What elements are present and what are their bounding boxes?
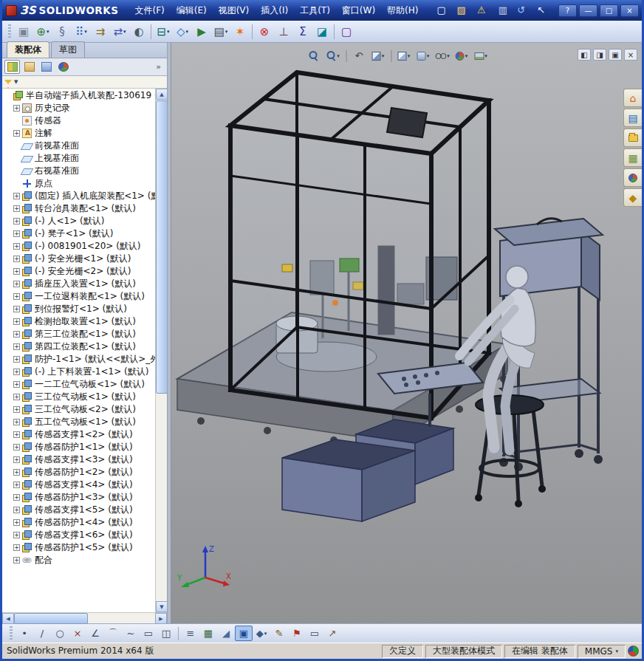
menu-item-2[interactable]: 视图(V) (213, 0, 256, 21)
tree-expander[interactable]: + (13, 482, 20, 488)
tree-item[interactable]: +传感器支撑1<3> (默认) (2, 453, 155, 466)
tree-expander[interactable]: + (13, 306, 20, 312)
tree-expander[interactable]: + (13, 406, 20, 413)
sketch-line-button[interactable]: / (33, 626, 51, 641)
scroll-left-button[interactable]: ◀ (2, 613, 14, 624)
new-document-button[interactable]: ▢▾ (434, 3, 453, 18)
scroll-down-button[interactable]: ▼ (156, 601, 167, 612)
menu-item-5[interactable]: 窗口(W) (336, 0, 381, 21)
viewport-frame-button[interactable]: ▭ (306, 626, 323, 641)
sketch-arc-button[interactable]: ⌒ (104, 626, 122, 641)
select-button[interactable]: ↖▾ (533, 3, 552, 18)
tree-expander[interactable]: + (13, 557, 20, 564)
trim-entities-button[interactable]: × (69, 626, 86, 641)
pane-split-left-button[interactable]: ◧ (578, 49, 591, 61)
help-button[interactable]: ? (558, 4, 577, 17)
sketch-toolbar-grip[interactable] (10, 626, 13, 641)
tree-expander[interactable]: + (13, 419, 20, 425)
tree-expander[interactable]: + (13, 205, 20, 212)
panel-tabs-overflow-button[interactable]: » (152, 62, 165, 72)
displaymanager-tab[interactable] (55, 60, 71, 74)
pane-float-button[interactable]: ▣ (609, 49, 622, 61)
menu-item-6[interactable]: 帮助(H) (381, 0, 424, 21)
tree-expander[interactable]: + (13, 544, 20, 551)
tree-item[interactable]: +传感器支撑1<6> (默认) (2, 529, 155, 541)
menu-item-0[interactable]: 文件(F) (129, 0, 170, 21)
new-motion-study-button[interactable]: ▶ (192, 22, 211, 41)
featuremanager-tab[interactable] (4, 60, 20, 74)
sketch-spline-button[interactable]: ~ (122, 626, 140, 641)
reference-planes-button[interactable]: ◆▾ (253, 626, 270, 641)
tree-expander[interactable]: + (13, 356, 20, 363)
tree-item[interactable]: +到位报警灯<1> (默认) (2, 303, 155, 315)
sketch-edit-button[interactable]: ✎ (270, 626, 288, 641)
offset-entities-button[interactable]: ≡ (182, 626, 199, 641)
sketch-circle-button[interactable]: ○ (51, 626, 69, 641)
tree-expander[interactable]: + (13, 431, 20, 438)
tree-expander[interactable]: + (13, 243, 20, 250)
linear-component-pattern-button[interactable]: ⠿▾ (72, 22, 91, 41)
tree-expander[interactable]: + (13, 532, 20, 538)
web-help-sphere-icon[interactable] (628, 645, 639, 657)
tree-expander[interactable]: + (13, 331, 20, 338)
sketch-point-button[interactable]: • (16, 626, 33, 641)
tree-item[interactable]: +五工位气动板<1> (默认) (2, 416, 155, 428)
pan-tool-button[interactable]: ↗ (323, 626, 341, 641)
tree-item[interactable]: 前视基准面 (2, 140, 155, 152)
tree-item[interactable]: +传感器防护1<2> (默认) (2, 466, 155, 479)
tree-item[interactable]: 原点 (2, 177, 155, 190)
tree-item[interactable]: 半自动端子插入机装配-130619 (默认 (2, 89, 155, 102)
tree-expander[interactable]: + (13, 193, 20, 199)
move-component-button[interactable]: ⇄▾ (110, 22, 129, 41)
graphics-area[interactable]: ▾↶▾▾▾▾▾▾ ◧◨▣× ⌂▤▦◆ Z Y X (171, 43, 642, 623)
configurationmanager-tab[interactable] (38, 60, 54, 74)
interference-detection-button[interactable]: ⊗ (255, 22, 274, 41)
view-orientation-button[interactable]: ▾ (395, 48, 413, 64)
section-view-button[interactable]: ◪ (312, 22, 332, 41)
menu-item-4[interactable]: 工具(T) (294, 0, 336, 21)
mirror-entities-button[interactable]: ◫ (157, 626, 175, 641)
shaded-sketch-contours-button[interactable]: ◢ (217, 626, 235, 641)
scroll-right-button[interactable]: ▶ (155, 613, 167, 624)
tree-item[interactable]: +三工位气动板<2> (默认) (2, 403, 155, 416)
tree-expander[interactable]: + (13, 268, 20, 275)
tree-item[interactable]: +传感器防护1<5> (默认) (2, 541, 155, 554)
apply-scene-button[interactable]: ▾ (472, 48, 490, 64)
print-button[interactable]: ▥ (493, 3, 513, 18)
tree-expander[interactable]: + (13, 293, 20, 300)
hide-show-items-button[interactable]: ▾ (434, 48, 451, 64)
tree-item[interactable]: +检测抬取装置<1> (默认) (2, 315, 155, 328)
tab-sketch[interactable]: 草图 (51, 41, 85, 58)
tree-item[interactable]: +传感器防护1<1> (默认) (2, 441, 155, 453)
tree-expander[interactable]: + (13, 130, 20, 137)
tree-expander[interactable]: + (13, 456, 20, 463)
tab-assembly[interactable]: 装配体 (7, 41, 49, 58)
tree-item[interactable]: +传感器支撑1<4> (默认) (2, 479, 155, 491)
isolate-button[interactable]: ▢ (337, 22, 356, 41)
scroll-up-button[interactable]: ▲ (156, 89, 167, 100)
status-cell-1[interactable]: 大型装配体模式 (425, 645, 502, 658)
tree-item[interactable]: +传感器防护1<3> (默认) (2, 491, 155, 504)
tree-expander[interactable]: + (13, 218, 20, 225)
design-library-button[interactable]: ▤ (623, 109, 642, 127)
reference-geometry-button[interactable]: ◇▾ (173, 22, 192, 41)
sketch-angle-button[interactable]: ∠ (86, 626, 104, 641)
status-cell-3[interactable]: MMGS▾ (578, 645, 626, 658)
tree-item[interactable]: +注解 (2, 127, 155, 140)
insert-components-button[interactable]: ⊕▾ (33, 22, 52, 41)
tree-item[interactable]: +配合 (2, 554, 155, 566)
view-palette-button[interactable]: ▦ (623, 148, 642, 167)
tree-expander[interactable]: + (13, 318, 20, 325)
tree-expander[interactable]: + (13, 381, 20, 388)
flag-note-button[interactable]: ⚑ (288, 626, 306, 641)
tree-item[interactable]: +转台冶具装配<1> (默认) (2, 202, 155, 215)
tree-item[interactable]: +(-) 上下料装置-1<1> (默认) (2, 366, 155, 378)
tree-expander[interactable]: + (13, 230, 20, 237)
tree-item[interactable]: 上视基准面 (2, 152, 155, 165)
tree-item[interactable]: 右视基准面 (2, 165, 155, 177)
pane-split-right-button[interactable]: ◨ (593, 49, 606, 61)
tree-expander[interactable]: + (13, 394, 20, 400)
appearances-scenes-button[interactable] (623, 168, 642, 187)
tree-item[interactable]: +防护-1<1> (默认<<默认>_外观 显 (2, 353, 155, 366)
tree-item[interactable]: +(-) 凳子<1> (默认) (2, 227, 155, 240)
